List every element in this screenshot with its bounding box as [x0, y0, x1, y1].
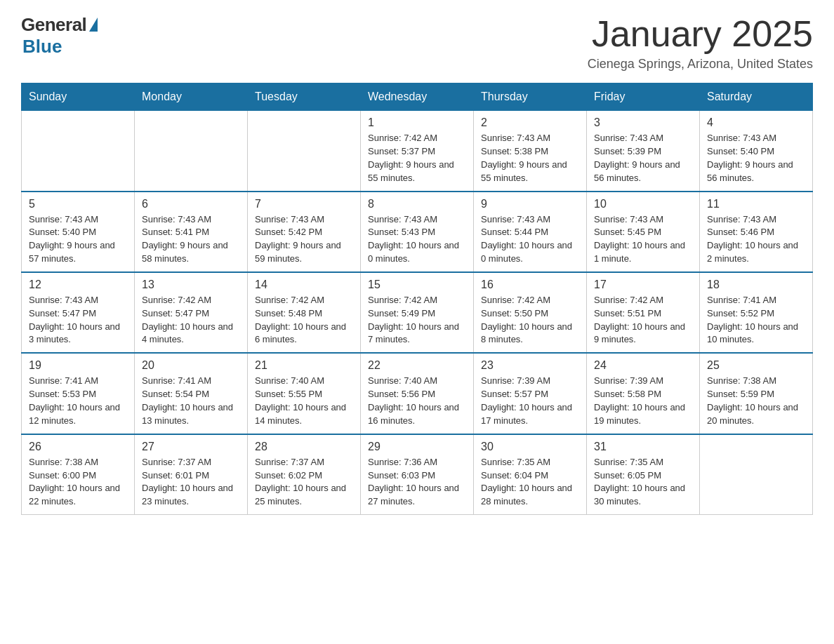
- day-info: Sunrise: 7:43 AM Sunset: 5:41 PM Dayligh…: [142, 213, 240, 266]
- calendar-cell: 17Sunrise: 7:42 AM Sunset: 5:51 PM Dayli…: [587, 272, 700, 353]
- logo-blue-text: Blue: [22, 36, 62, 58]
- calendar-cell: 19Sunrise: 7:41 AM Sunset: 5:53 PM Dayli…: [22, 353, 135, 434]
- day-info: Sunrise: 7:40 AM Sunset: 5:56 PM Dayligh…: [368, 375, 466, 427]
- calendar-header-sunday: Sunday: [22, 83, 135, 111]
- calendar-cell: 29Sunrise: 7:36 AM Sunset: 6:03 PM Dayli…: [361, 434, 474, 515]
- day-info: Sunrise: 7:39 AM Sunset: 5:58 PM Dayligh…: [594, 375, 692, 427]
- day-info: Sunrise: 7:43 AM Sunset: 5:38 PM Dayligh…: [481, 132, 579, 185]
- calendar-week-row: 26Sunrise: 7:38 AM Sunset: 6:00 PM Dayli…: [22, 434, 813, 515]
- calendar-header-wednesday: Wednesday: [361, 83, 474, 111]
- calendar-cell: 12Sunrise: 7:43 AM Sunset: 5:47 PM Dayli…: [22, 272, 135, 353]
- day-number: 1: [368, 116, 466, 129]
- calendar-cell: 1Sunrise: 7:42 AM Sunset: 5:37 PM Daylig…: [361, 111, 474, 192]
- calendar-cell: 21Sunrise: 7:40 AM Sunset: 5:55 PM Dayli…: [248, 353, 361, 434]
- day-info: Sunrise: 7:43 AM Sunset: 5:44 PM Dayligh…: [481, 213, 579, 266]
- day-info: Sunrise: 7:35 AM Sunset: 6:04 PM Dayligh…: [481, 456, 579, 509]
- day-info: Sunrise: 7:43 AM Sunset: 5:47 PM Dayligh…: [29, 294, 127, 347]
- calendar-cell: 8Sunrise: 7:43 AM Sunset: 5:43 PM Daylig…: [361, 192, 474, 272]
- calendar-cell: 7Sunrise: 7:43 AM Sunset: 5:42 PM Daylig…: [248, 192, 361, 272]
- calendar-cell: [135, 111, 248, 192]
- logo-triangle-icon: [89, 18, 98, 32]
- day-info: Sunrise: 7:41 AM Sunset: 5:54 PM Dayligh…: [142, 375, 240, 427]
- calendar-cell: 22Sunrise: 7:40 AM Sunset: 5:56 PM Dayli…: [361, 353, 474, 434]
- day-number: 15: [368, 279, 466, 291]
- calendar-cell: [700, 434, 813, 515]
- calendar-cell: 15Sunrise: 7:42 AM Sunset: 5:49 PM Dayli…: [361, 272, 474, 353]
- calendar-header-row: SundayMondayTuesdayWednesdayThursdayFrid…: [22, 83, 813, 111]
- calendar-cell: 24Sunrise: 7:39 AM Sunset: 5:58 PM Dayli…: [587, 353, 700, 434]
- calendar-cell: [248, 111, 361, 192]
- day-info: Sunrise: 7:42 AM Sunset: 5:47 PM Dayligh…: [142, 294, 240, 347]
- calendar-header-saturday: Saturday: [700, 83, 813, 111]
- day-number: 28: [255, 441, 353, 453]
- day-info: Sunrise: 7:43 AM Sunset: 5:46 PM Dayligh…: [707, 213, 805, 266]
- day-number: 13: [142, 279, 240, 291]
- calendar-cell: 23Sunrise: 7:39 AM Sunset: 5:57 PM Dayli…: [474, 353, 587, 434]
- day-number: 22: [368, 359, 466, 372]
- day-info: Sunrise: 7:42 AM Sunset: 5:50 PM Dayligh…: [481, 294, 579, 347]
- day-info: Sunrise: 7:41 AM Sunset: 5:52 PM Dayligh…: [707, 294, 805, 347]
- calendar-cell: 2Sunrise: 7:43 AM Sunset: 5:38 PM Daylig…: [474, 111, 587, 192]
- day-info: Sunrise: 7:35 AM Sunset: 6:05 PM Dayligh…: [594, 456, 692, 509]
- day-info: Sunrise: 7:43 AM Sunset: 5:43 PM Dayligh…: [368, 213, 466, 266]
- calendar-week-row: 5Sunrise: 7:43 AM Sunset: 5:40 PM Daylig…: [22, 192, 813, 272]
- calendar-table: SundayMondayTuesdayWednesdayThursdayFrid…: [21, 83, 813, 515]
- day-number: 30: [481, 441, 579, 453]
- day-number: 12: [29, 279, 127, 291]
- calendar-cell: 4Sunrise: 7:43 AM Sunset: 5:40 PM Daylig…: [700, 111, 813, 192]
- day-info: Sunrise: 7:40 AM Sunset: 5:55 PM Dayligh…: [255, 375, 353, 427]
- calendar-cell: 10Sunrise: 7:43 AM Sunset: 5:45 PM Dayli…: [587, 192, 700, 272]
- day-number: 4: [707, 116, 805, 129]
- day-number: 24: [594, 359, 692, 372]
- calendar-cell: 11Sunrise: 7:43 AM Sunset: 5:46 PM Dayli…: [700, 192, 813, 272]
- calendar-header-friday: Friday: [587, 83, 700, 111]
- day-number: 7: [255, 198, 353, 210]
- day-number: 11: [707, 198, 805, 210]
- calendar-cell: 5Sunrise: 7:43 AM Sunset: 5:40 PM Daylig…: [22, 192, 135, 272]
- day-number: 18: [707, 279, 805, 291]
- calendar-cell: 14Sunrise: 7:42 AM Sunset: 5:48 PM Dayli…: [248, 272, 361, 353]
- calendar-cell: 25Sunrise: 7:38 AM Sunset: 5:59 PM Dayli…: [700, 353, 813, 434]
- calendar-cell: 9Sunrise: 7:43 AM Sunset: 5:44 PM Daylig…: [474, 192, 587, 272]
- day-info: Sunrise: 7:43 AM Sunset: 5:39 PM Dayligh…: [594, 132, 692, 185]
- day-info: Sunrise: 7:41 AM Sunset: 5:53 PM Dayligh…: [29, 375, 127, 427]
- calendar-week-row: 19Sunrise: 7:41 AM Sunset: 5:53 PM Dayli…: [22, 353, 813, 434]
- day-number: 25: [707, 359, 805, 372]
- calendar-cell: 27Sunrise: 7:37 AM Sunset: 6:01 PM Dayli…: [135, 434, 248, 515]
- day-info: Sunrise: 7:37 AM Sunset: 6:01 PM Dayligh…: [142, 456, 240, 509]
- calendar-cell: 31Sunrise: 7:35 AM Sunset: 6:05 PM Dayli…: [587, 434, 700, 515]
- day-number: 21: [255, 359, 353, 372]
- day-info: Sunrise: 7:43 AM Sunset: 5:40 PM Dayligh…: [29, 213, 127, 266]
- day-info: Sunrise: 7:38 AM Sunset: 6:00 PM Dayligh…: [29, 456, 127, 509]
- day-info: Sunrise: 7:43 AM Sunset: 5:40 PM Dayligh…: [707, 132, 805, 185]
- day-number: 23: [481, 359, 579, 372]
- day-number: 26: [29, 441, 127, 453]
- day-info: Sunrise: 7:38 AM Sunset: 5:59 PM Dayligh…: [707, 375, 805, 427]
- calendar-week-row: 12Sunrise: 7:43 AM Sunset: 5:47 PM Dayli…: [22, 272, 813, 353]
- month-title: January 2025: [588, 14, 813, 54]
- day-number: 31: [594, 441, 692, 453]
- day-number: 10: [594, 198, 692, 210]
- day-info: Sunrise: 7:42 AM Sunset: 5:37 PM Dayligh…: [368, 132, 466, 185]
- day-info: Sunrise: 7:42 AM Sunset: 5:51 PM Dayligh…: [594, 294, 692, 347]
- day-info: Sunrise: 7:43 AM Sunset: 5:42 PM Dayligh…: [255, 213, 353, 266]
- calendar-header-monday: Monday: [135, 83, 248, 111]
- day-info: Sunrise: 7:39 AM Sunset: 5:57 PM Dayligh…: [481, 375, 579, 427]
- day-number: 29: [368, 441, 466, 453]
- calendar-cell: 3Sunrise: 7:43 AM Sunset: 5:39 PM Daylig…: [587, 111, 700, 192]
- calendar-cell: 16Sunrise: 7:42 AM Sunset: 5:50 PM Dayli…: [474, 272, 587, 353]
- day-info: Sunrise: 7:43 AM Sunset: 5:45 PM Dayligh…: [594, 213, 692, 266]
- day-number: 8: [368, 198, 466, 210]
- day-number: 17: [594, 279, 692, 291]
- day-number: 14: [255, 279, 353, 291]
- calendar-header-tuesday: Tuesday: [248, 83, 361, 111]
- day-number: 2: [481, 116, 579, 129]
- page-header: General Blue January 2025 Cienega Spring…: [21, 14, 813, 72]
- calendar-week-row: 1Sunrise: 7:42 AM Sunset: 5:37 PM Daylig…: [22, 111, 813, 192]
- day-number: 3: [594, 116, 692, 129]
- day-number: 6: [142, 198, 240, 210]
- calendar-cell: 30Sunrise: 7:35 AM Sunset: 6:04 PM Dayli…: [474, 434, 587, 515]
- day-info: Sunrise: 7:42 AM Sunset: 5:48 PM Dayligh…: [255, 294, 353, 347]
- title-section: January 2025 Cienega Springs, Arizona, U…: [588, 14, 813, 72]
- day-number: 19: [29, 359, 127, 372]
